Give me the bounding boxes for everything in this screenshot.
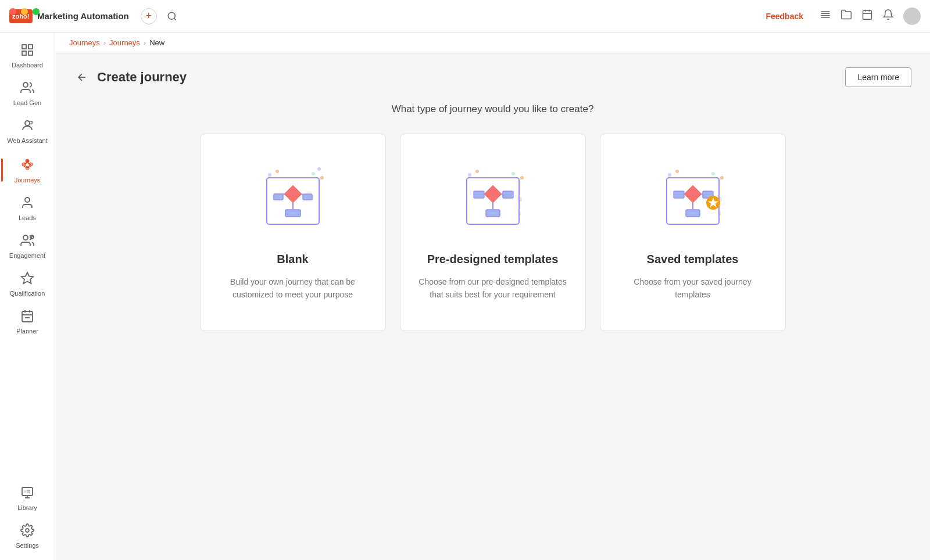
sidebar-item-engagement[interactable]: Engagement — [1, 228, 53, 265]
search-button[interactable] — [164, 8, 180, 24]
predesigned-card-icon — [446, 157, 539, 239]
sidebar-item-lead-gen[interactable]: Lead Gen — [1, 75, 53, 113]
sidebar-item-settings[interactable]: Settings — [1, 518, 53, 555]
breadcrumb-sep-2: › — [144, 38, 146, 47]
sidebar-item-qualification[interactable]: Qualification — [1, 265, 53, 303]
svg-rect-61 — [474, 191, 484, 198]
svg-point-68 — [675, 170, 679, 173]
svg-rect-7 — [22, 45, 26, 49]
app-title: Marketing Automation — [37, 11, 129, 21]
window-controls — [9, 8, 40, 15]
back-button[interactable] — [74, 69, 90, 85]
maximize-btn[interactable] — [33, 8, 40, 15]
topbar-action-icons — [820, 8, 921, 25]
svg-point-53 — [475, 170, 479, 173]
sidebar-item-planner[interactable]: Planner — [1, 303, 53, 341]
svg-point-14 — [26, 159, 29, 163]
page-header: Create journey Learn more — [74, 67, 911, 87]
svg-point-11 — [23, 82, 28, 87]
settings-icon — [20, 523, 34, 540]
sidebar-label-library: Library — [17, 504, 37, 512]
svg-rect-31 — [22, 487, 33, 496]
user-avatar[interactable] — [903, 8, 921, 25]
content-area: Journeys › Journeys › New Create journey… — [55, 33, 930, 560]
journeys-icon — [20, 157, 35, 174]
sidebar-item-journeys[interactable]: Journeys — [1, 151, 53, 190]
svg-point-54 — [512, 172, 515, 175]
breadcrumb-link-journeys2[interactable]: Journeys — [109, 38, 140, 47]
page-title: Create journey — [97, 70, 187, 85]
blank-card[interactable]: Blank Build your own journey that can be… — [200, 134, 386, 331]
svg-marker-25 — [22, 272, 33, 283]
bell-icon[interactable] — [882, 9, 894, 23]
predesigned-card-description: Choose from our pre-designed templates t… — [417, 275, 569, 301]
svg-rect-44 — [274, 194, 283, 200]
blank-card-title: Blank — [277, 253, 308, 266]
svg-rect-3 — [863, 10, 872, 19]
svg-point-22 — [25, 198, 30, 202]
sidebar-label-engagement: Engagement — [9, 252, 45, 260]
svg-point-37 — [276, 170, 279, 173]
saved-card-title: Saved templates — [647, 253, 739, 266]
sidebar-label-planner: Planner — [16, 328, 38, 335]
page-header-left: Create journey — [74, 69, 187, 85]
calendar-icon[interactable] — [861, 9, 873, 23]
planner-icon — [20, 309, 34, 325]
svg-point-39 — [320, 176, 324, 180]
library-icon — [20, 486, 34, 502]
cards-container: Blank Build your own journey that can be… — [74, 134, 911, 331]
main-layout: Dashboard Lead Gen Web Assistant — [0, 33, 930, 560]
question-text: What type of journey would you like to c… — [74, 103, 911, 115]
sidebar-item-dashboard[interactable]: Dashboard — [1, 37, 53, 75]
minimize-btn[interactable] — [21, 8, 28, 15]
predesigned-card-title: Pre-designed templates — [427, 253, 559, 266]
page-content: Create journey Learn more What type of j… — [55, 53, 930, 560]
svg-point-36 — [268, 173, 271, 177]
lead-gen-icon — [20, 81, 34, 97]
blank-card-description: Build your own journey that can be custo… — [217, 275, 369, 301]
saved-card[interactable]: Saved templates Choose from your saved j… — [600, 134, 786, 331]
feedback-button[interactable]: Feedback — [766, 12, 803, 21]
folder-icon[interactable] — [840, 9, 852, 23]
breadcrumb-current: New — [149, 38, 164, 47]
sidebar-item-leads[interactable]: Leads — [1, 190, 53, 228]
svg-point-23 — [23, 235, 28, 240]
sidebar-label-settings: Settings — [16, 542, 39, 550]
saved-card-icon — [646, 157, 739, 239]
svg-point-12 — [25, 121, 30, 125]
sidebar-item-library[interactable]: Library — [1, 480, 53, 518]
svg-point-55 — [520, 176, 524, 180]
svg-point-52 — [468, 173, 471, 177]
svg-point-69 — [711, 172, 715, 175]
sidebar-label-qualification: Qualification — [10, 290, 45, 297]
sidebar: Dashboard Lead Gen Web Assistant — [0, 33, 55, 560]
svg-rect-63 — [486, 210, 500, 217]
breadcrumb-link-journeys1[interactable]: Journeys — [69, 38, 100, 47]
learn-more-button[interactable]: Learn more — [845, 67, 911, 87]
breadcrumb: Journeys › Journeys › New — [55, 33, 930, 53]
svg-point-70 — [720, 176, 724, 180]
svg-rect-78 — [686, 210, 700, 217]
blank-card-icon — [246, 157, 339, 239]
svg-rect-45 — [303, 194, 312, 200]
sidebar-label-leads: Leads — [19, 214, 36, 222]
engagement-icon — [20, 234, 34, 250]
add-button[interactable]: + — [141, 8, 157, 24]
svg-rect-10 — [28, 51, 33, 55]
web-assistant-icon — [20, 119, 34, 135]
svg-rect-76 — [674, 191, 684, 198]
svg-rect-46 — [285, 210, 301, 217]
qualification-icon — [20, 271, 34, 288]
topbar: zoho! Marketing Automation + Feedback — [0, 0, 930, 33]
predesigned-card[interactable]: Pre-designed templates Choose from our p… — [400, 134, 586, 331]
svg-point-2 — [168, 12, 175, 19]
sidebar-item-web-assistant[interactable]: Web Assistant — [1, 113, 53, 150]
sidebar-bottom: Library Settings — [1, 480, 53, 555]
svg-point-13 — [30, 121, 33, 124]
svg-point-67 — [668, 173, 671, 177]
svg-rect-26 — [22, 311, 33, 322]
sidebar-label-journeys: Journeys — [15, 177, 41, 184]
close-btn[interactable] — [9, 8, 16, 15]
list-icon[interactable] — [820, 9, 831, 23]
sidebar-label-lead-gen: Lead Gen — [13, 99, 41, 107]
